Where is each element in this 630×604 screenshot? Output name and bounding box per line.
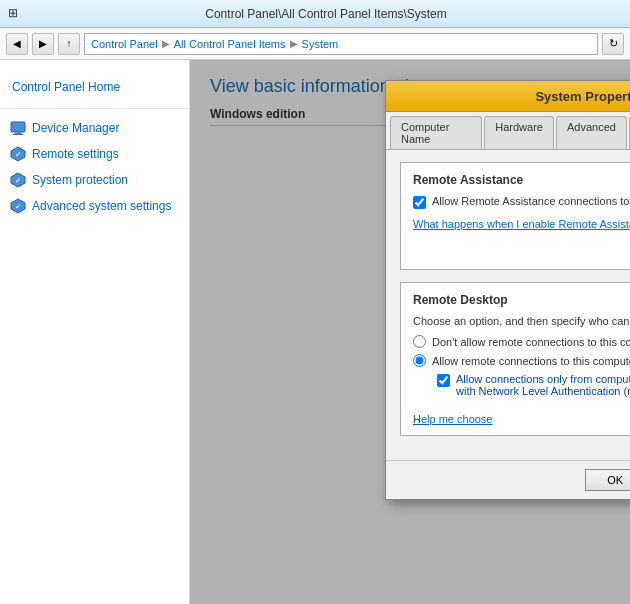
remote-desktop-title: Remote Desktop xyxy=(413,293,630,307)
address-bar: ◀ ▶ ↑ Control Panel ▶ All Control Panel … xyxy=(0,28,630,60)
modal-title-text: System Properties xyxy=(412,89,630,104)
sidebar-divider xyxy=(0,108,189,109)
radio-no-remote: Don't allow remote connections to this c… xyxy=(413,335,630,348)
control-panel-home-link[interactable]: Control Panel Home xyxy=(0,72,189,102)
sidebar-item-device-manager-label: Device Manager xyxy=(32,121,119,135)
remote-assistance-checkbox[interactable] xyxy=(413,196,426,209)
svg-text:✓: ✓ xyxy=(15,203,21,210)
svg-text:✓: ✓ xyxy=(15,177,21,184)
remote-desktop-description: Choose an option, and then specify who c… xyxy=(413,315,630,327)
svg-rect-2 xyxy=(13,134,23,135)
sidebar-item-system-protection[interactable]: ✓ System protection xyxy=(0,167,189,193)
device-manager-icon xyxy=(10,120,26,136)
breadcrumb-item-2[interactable]: All Control Panel Items xyxy=(174,38,286,50)
up-button[interactable]: ↑ xyxy=(58,33,80,55)
refresh-button[interactable]: ↻ xyxy=(602,33,624,55)
nla-checkbox-row: Allow connections only from computers ru… xyxy=(437,373,630,397)
remote-assistance-help-link[interactable]: What happens when I enable Remote Assist… xyxy=(413,218,630,230)
forward-button[interactable]: ▶ xyxy=(32,33,54,55)
advanced-system-settings-icon: ✓ xyxy=(10,198,26,214)
remote-desktop-bottom: Help me choose Select Users... xyxy=(413,405,630,425)
tab-computer-name[interactable]: Computer Name xyxy=(390,116,482,149)
radio-allow-remote-input[interactable] xyxy=(413,354,426,367)
svg-text:✓: ✓ xyxy=(15,151,21,158)
radio-no-remote-label: Don't allow remote connections to this c… xyxy=(432,336,630,348)
tabs-bar: Computer Name Hardware Advanced System P… xyxy=(386,112,630,150)
remote-assistance-checkbox-row: Allow Remote Assistance connections to t… xyxy=(413,195,630,209)
sidebar-item-advanced-system-settings[interactable]: ✓ Advanced system settings xyxy=(0,193,189,219)
nla-checkbox-label: Allow connections only from computers ru… xyxy=(456,373,630,397)
content-area: View basic information about your comput… xyxy=(190,60,630,604)
sidebar-item-remote-settings-label: Remote settings xyxy=(32,147,119,161)
sidebar-item-advanced-system-settings-label: Advanced system settings xyxy=(32,199,171,213)
remote-assistance-checkbox-label: Allow Remote Assistance connections to t… xyxy=(432,195,630,207)
sidebar-item-device-manager[interactable]: Device Manager xyxy=(0,115,189,141)
main-area: Control Panel Home Device Manager ✓ Remo… xyxy=(0,60,630,604)
svg-rect-0 xyxy=(11,122,25,132)
remote-settings-icon: ✓ xyxy=(10,146,26,162)
system-protection-icon: ✓ xyxy=(10,172,26,188)
remote-assistance-section: Remote Assistance Allow Remote Assistanc… xyxy=(400,162,630,270)
help-me-choose-link[interactable]: Help me choose xyxy=(413,413,493,425)
modal-footer: OK Cancel Apply xyxy=(386,460,630,499)
system-properties-modal: System Properties ✕ Computer Name Hardwa… xyxy=(385,80,630,500)
remote-desktop-section: Remote Desktop Choose an option, and the… xyxy=(400,282,630,436)
window-icon: ⊞ xyxy=(8,6,24,22)
sidebar-item-remote-settings[interactable]: ✓ Remote settings xyxy=(0,141,189,167)
sidebar: Control Panel Home Device Manager ✓ Remo… xyxy=(0,60,190,604)
breadcrumb-item-3[interactable]: System xyxy=(302,38,339,50)
remote-assistance-title: Remote Assistance xyxy=(413,173,630,187)
remote-assistance-advanced-row: Advanced... xyxy=(413,239,630,259)
back-button[interactable]: ◀ xyxy=(6,33,28,55)
modal-body: Remote Assistance Allow Remote Assistanc… xyxy=(386,150,630,460)
radio-no-remote-input[interactable] xyxy=(413,335,426,348)
address-field[interactable]: Control Panel ▶ All Control Panel Items … xyxy=(84,33,598,55)
nla-checkbox[interactable] xyxy=(437,374,450,387)
breadcrumb-item-1[interactable]: Control Panel xyxy=(91,38,158,50)
title-bar-text: Control Panel\All Control Panel Items\Sy… xyxy=(30,7,622,21)
title-bar: ⊞ Control Panel\All Control Panel Items\… xyxy=(0,0,630,28)
modal-title-bar: System Properties ✕ xyxy=(386,81,630,112)
tab-hardware[interactable]: Hardware xyxy=(484,116,554,149)
radio-allow-remote: Allow remote connections to this compute… xyxy=(413,354,630,367)
ok-button[interactable]: OK xyxy=(585,469,630,491)
svg-rect-1 xyxy=(15,132,21,134)
tab-advanced[interactable]: Advanced xyxy=(556,116,627,149)
sidebar-item-system-protection-label: System protection xyxy=(32,173,128,187)
radio-allow-remote-label: Allow remote connections to this compute… xyxy=(432,355,630,367)
